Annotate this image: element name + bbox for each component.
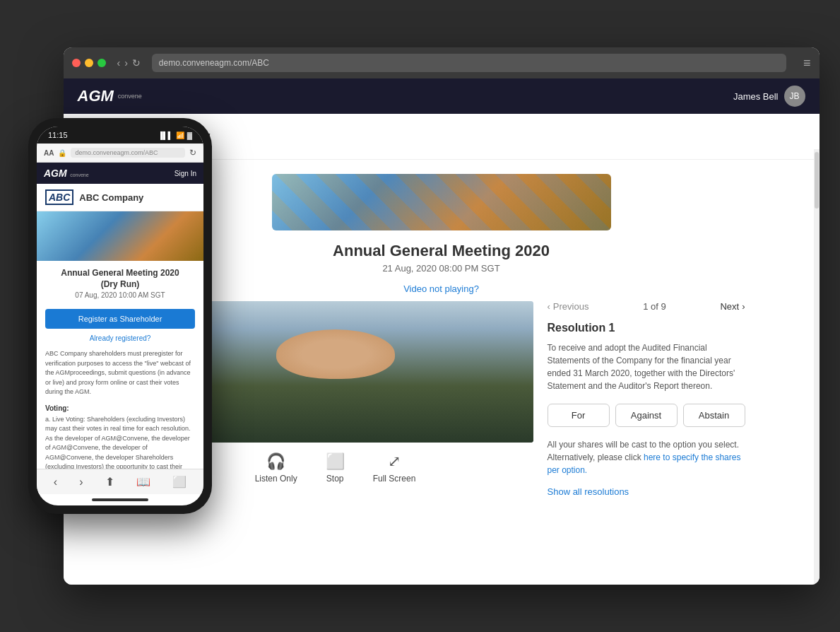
phone-abc-logo: ABC	[45, 189, 73, 205]
chevron-right-icon: ›	[742, 301, 745, 312]
user-info: James Bell JB	[733, 86, 805, 107]
phone-meeting-title: Annual General Meeting 2020 (Dry Run)	[45, 268, 195, 290]
resolution-text: To receive and adopt the Audited Financi…	[548, 341, 745, 392]
vote-buttons: For Against Abstain	[548, 404, 745, 427]
phone-share-icon[interactable]: ⬆	[105, 475, 114, 488]
show-all-resolutions-link[interactable]: Show all resolutions	[548, 486, 629, 497]
vote-against-button[interactable]: Against	[615, 404, 678, 427]
chevron-left-icon: ‹	[548, 301, 550, 312]
phone-company-name: ABC Company	[79, 192, 143, 203]
url-text: demo.conveneagm.com/ABC	[159, 58, 269, 68]
wifi-icon: 📶	[176, 131, 184, 139]
phone-description: ABC Company shareholders must preregiste…	[37, 345, 203, 402]
back-icon[interactable]: ‹	[117, 57, 121, 69]
vote-abstain-button[interactable]: Abstain	[683, 404, 745, 427]
phone-bookmark-icon[interactable]: 📖	[136, 475, 150, 488]
resolution-navigation: ‹ Previous 1 of 9 Next ›	[548, 301, 745, 312]
url-bar[interactable]: demo.conveneagm.com/ABC	[152, 54, 786, 72]
stop-label: Stop	[326, 474, 344, 484]
phone-screen: 11:15 ▐▌▌ 📶 ▓ AA 🔒 demo.conveneagm.com/A…	[37, 127, 203, 505]
hero-image	[272, 174, 611, 230]
browser-navigation: ‹ › ↻	[117, 57, 141, 69]
previous-button[interactable]: ‹ Previous	[548, 301, 589, 312]
user-name: James Bell	[733, 91, 779, 102]
mobile-phone: 11:15 ▐▌▌ 📶 ▓ AA 🔒 demo.conveneagm.com/A…	[28, 118, 212, 514]
phone-agm-logo: AGM	[44, 168, 67, 179]
previous-label: Previous	[553, 301, 589, 312]
content-row: 🎧 Listen Only ⬜ Stop ⤢ Full Screen	[138, 301, 745, 498]
scrollbar-thumb[interactable]	[815, 152, 819, 209]
stop-icon: ⬜	[326, 452, 345, 471]
battery-icon: ▓	[187, 131, 192, 139]
phone-hero-banner	[37, 211, 203, 261]
phone-app-logo-container: AGM convene	[44, 167, 89, 180]
convene-logo-text: convene	[118, 93, 142, 100]
phone-status-icons: ▐▌▌ 📶 ▓	[158, 131, 192, 139]
agm-logo-text: AGM	[78, 87, 114, 105]
phone-home-indicator	[92, 498, 148, 501]
listen-only-control[interactable]: 🎧 Listen Only	[255, 452, 297, 484]
phone-meeting-title-text: Annual General Meeting 2020	[61, 268, 179, 278]
phone-url-text[interactable]: demo.conveneagm.com/ABC	[71, 148, 185, 158]
hero-banner	[272, 174, 611, 230]
phone-lock-icon: 🔒	[58, 149, 66, 157]
phone-tabs-icon[interactable]: ⬜	[172, 475, 187, 488]
signal-icon: ▐▌▌	[158, 131, 172, 139]
maximize-button[interactable]	[97, 59, 106, 67]
video-not-playing-link[interactable]: Video not playing?	[403, 283, 479, 294]
resolution-title: Resolution 1	[548, 322, 745, 334]
phone-time: 11:15	[48, 131, 68, 139]
phone-convene-sub: convene	[70, 172, 88, 177]
resolution-counter: 1 of 9	[643, 301, 666, 312]
phone-meeting-subtitle: (Dry Run)	[101, 279, 140, 289]
phone-meeting-info: Annual General Meeting 2020 (Dry Run) 07…	[37, 261, 203, 306]
app-logo-badge: convene	[118, 93, 142, 100]
vote-for-button[interactable]: For	[548, 404, 610, 427]
close-button[interactable]	[72, 59, 81, 67]
browser-menu-icon[interactable]: ≡	[803, 56, 811, 71]
phone-voting-text: a. Live Voting: Shareholders (excluding …	[37, 415, 203, 469]
refresh-icon[interactable]: ↻	[132, 57, 141, 69]
phone-meeting-date: 07 Aug, 2020 10:00 AM SGT	[45, 291, 195, 299]
next-label: Next	[720, 301, 739, 312]
phone-refresh-icon[interactable]: ↻	[189, 148, 196, 158]
fullscreen-label: Full Screen	[373, 474, 416, 484]
phone-aa-text: AA	[44, 149, 54, 157]
minimize-button[interactable]	[85, 59, 93, 67]
phone-already-registered-link[interactable]: Already registered?	[37, 332, 203, 345]
meeting-date: 21 Aug, 2020 08:00 PM SGT	[382, 263, 499, 274]
fullscreen-control[interactable]: ⤢ Full Screen	[373, 452, 416, 484]
fullscreen-icon: ⤢	[388, 452, 401, 471]
phone-sign-in-link[interactable]: Sign In	[174, 170, 196, 177]
window-controls	[72, 59, 106, 67]
scrollbar[interactable]	[814, 149, 820, 585]
phone-register-button[interactable]: Register as Shareholder	[45, 309, 195, 329]
phone-forward-icon[interactable]: ›	[79, 476, 83, 488]
app-logo: AGM convene	[78, 87, 142, 105]
avatar: JB	[784, 86, 805, 107]
phone-company-header: ABC ABC Company	[37, 184, 203, 211]
vote-info: All your shares will be cast to the opti…	[548, 438, 745, 476]
stop-control[interactable]: ⬜ Stop	[326, 452, 345, 484]
meeting-title: Annual General Meeting 2020	[333, 242, 550, 260]
phone-voting-label: Voting:	[37, 402, 203, 415]
phone-browser-bar: AA 🔒 demo.conveneagm.com/ABC ↻	[37, 144, 203, 163]
phone-app-header: AGM convene Sign In	[37, 163, 203, 184]
browser-chrome: ‹ › ↻ demo.conveneagm.com/ABC ≡	[64, 47, 820, 78]
forward-icon[interactable]: ›	[124, 57, 128, 69]
next-button[interactable]: Next ›	[720, 301, 745, 312]
phone-bottom-bar: ‹ › ⬆ 📖 ⬜	[37, 469, 203, 494]
phone-status-bar: 11:15 ▐▌▌ 📶 ▓	[37, 127, 203, 144]
app-header: AGM convene James Bell JB	[64, 78, 820, 114]
headphones-icon: 🎧	[266, 452, 285, 471]
phone-content: ABC ABC Company Annual General Meeting 2…	[37, 184, 203, 469]
listen-only-label: Listen Only	[255, 474, 297, 484]
phone-back-icon[interactable]: ‹	[54, 476, 57, 488]
resolution-section: ‹ Previous 1 of 9 Next › Resolution 1 To…	[548, 301, 745, 498]
